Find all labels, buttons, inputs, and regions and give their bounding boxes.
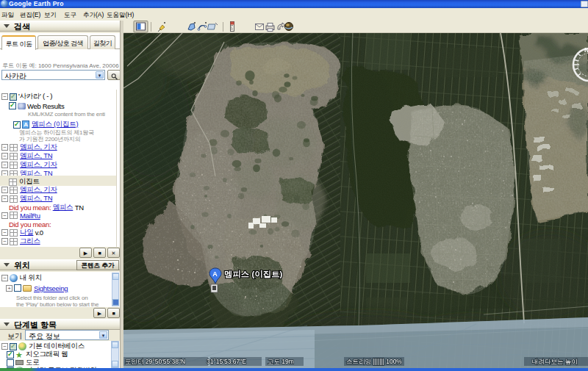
svg-text:고도 19m: 고도 19m [268,358,294,365]
svg-text:N: N [584,46,588,54]
svg-text:포인터 29°50'55.38"N: 포인터 29°50'55.38"N [125,358,185,365]
svg-text:A: A [212,270,218,278]
svg-text:스트리밍 ||||||| 100%: 스트리밍 ||||||| 100% [346,358,402,365]
svg-text:내려다보는 높이: 내려다보는 높이 [532,358,578,365]
svg-text:31°15'53.67"E: 31°15'53.67"E [207,358,246,365]
svg-text:멤피스 (이집트): 멤피스 (이집트) [224,270,283,278]
